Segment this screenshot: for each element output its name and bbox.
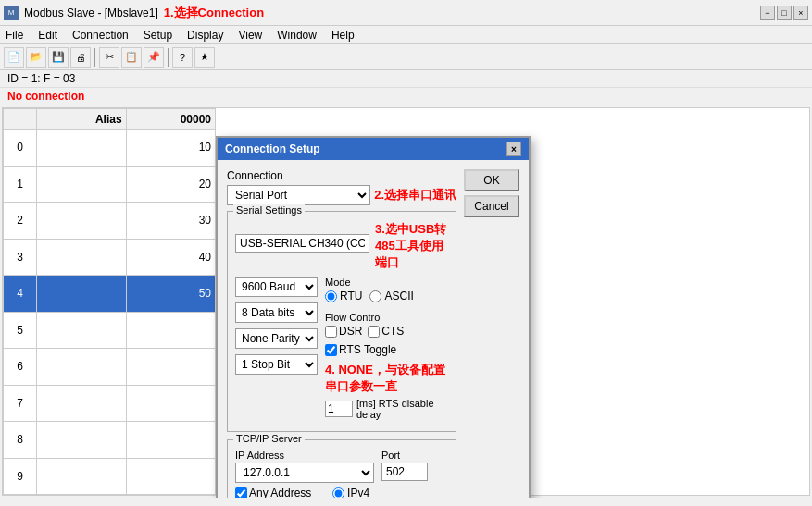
toolbar: 📄 📂 💾 🖨 ✂ 📋 📌 ? ★ (0, 44, 812, 70)
port-label: Port (381, 450, 428, 461)
minimize-button[interactable]: − (760, 6, 775, 20)
dialog-overlay: Connection Setup × Connection Serial Por… (3, 108, 809, 495)
menu-display[interactable]: Display (185, 29, 225, 42)
tcp-port-input[interactable] (381, 463, 428, 481)
mode-ascii-text: ASCII (384, 290, 413, 302)
toolbar-open[interactable]: 📂 (26, 47, 46, 68)
serial-settings-legend: Serial Settings (233, 204, 305, 216)
mode-rtu-text: RTU (340, 290, 362, 302)
tcp-check-col: Any Address Ignore Unit ID (235, 487, 318, 498)
serial-selects: 9600 Baud 8 Data bits None Parity (235, 277, 318, 426)
toolbar-about[interactable]: ★ (194, 47, 215, 68)
ipv4-label: IPv4 (332, 487, 369, 498)
title-bar: M Modbus Slave - [Mbslave1] 1.选择Connecti… (0, 0, 812, 26)
dialog-buttons: OK Cancel (464, 169, 519, 217)
flow-checkbox-row: DSR CTS (325, 325, 448, 395)
mode-rtu-radio[interactable] (325, 290, 337, 302)
port-annotation: 3.选中USB转485工具使用端口 (375, 221, 448, 271)
toolbar-cut[interactable]: ✂ (99, 47, 119, 68)
mode-rtu-label: RTU (325, 290, 362, 302)
close-button[interactable]: × (793, 6, 808, 20)
main-content: Alias 00000 01012023034045056789 Connect… (2, 107, 810, 496)
serial-settings-box: Serial Settings 3.选中USB转485工具使用端口 (227, 211, 456, 432)
rts-toggle-checkbox[interactable] (325, 344, 337, 356)
parity-select[interactable]: None Parity (235, 328, 318, 349)
cancel-button[interactable]: Cancel (464, 195, 519, 217)
tcp-section: TCP/IP Server IP Address 127.0.0.1 Port (227, 439, 456, 498)
app-icon: M (4, 6, 19, 20)
dialog-title-bar: Connection Setup × (218, 138, 529, 160)
rts-toggle-text: RTS Toggle (339, 343, 396, 356)
any-address-checkbox[interactable] (235, 487, 247, 499)
mode-section: Mode RTU (325, 277, 448, 302)
dialog-body: Connection Serial Port 2.选择串口通讯 Serial S… (218, 160, 529, 498)
menu-setup[interactable]: Setup (142, 29, 174, 42)
port-input[interactable] (235, 234, 369, 253)
mode-ascii-radio[interactable] (369, 290, 381, 302)
no-connection-text: No connection (7, 90, 84, 103)
connection-setup-dialog: Connection Setup × Connection Serial Por… (216, 136, 531, 498)
connection-row: Serial Port 2.选择串口通讯 (227, 185, 456, 205)
any-address-label: Any Address (235, 487, 318, 498)
toolbar-print[interactable]: 🖨 (70, 47, 91, 68)
cts-checkbox[interactable] (368, 326, 380, 338)
menu-window[interactable]: Window (275, 29, 319, 42)
stop-bits-select[interactable]: 1 Stop Bit (235, 354, 318, 375)
ok-button[interactable]: OK (464, 169, 519, 191)
dsr-checkbox[interactable] (325, 326, 337, 338)
ipv4-text: IPv4 (347, 487, 369, 498)
dialog-main-row: Connection Serial Port 2.选择串口通讯 Serial S… (227, 169, 519, 498)
menu-edit[interactable]: Edit (36, 29, 59, 42)
connection-annotation: 2.选择串口通讯 (374, 187, 456, 204)
toolbar-save[interactable]: 💾 (48, 47, 69, 68)
serial-settings-content: 3.选中USB转485工具使用端口 9600 Baud (235, 217, 448, 426)
tcp-row: IP Address 127.0.0.1 Port (235, 446, 448, 483)
window-controls: − □ × (760, 6, 808, 20)
title-annotation: 1.选择Connection (164, 5, 264, 21)
toolbar-sep2 (168, 48, 169, 67)
port-row: 3.选中USB转485工具使用端口 (235, 221, 448, 271)
status-id: ID = 1: F = 03 (0, 70, 812, 88)
status-id-text: ID = 1: F = 03 (7, 72, 75, 85)
flow-section: Flow Control DSR (325, 312, 448, 420)
dialog-close-button[interactable]: × (506, 142, 521, 156)
menu-help[interactable]: Help (330, 29, 356, 42)
data-bits-select[interactable]: 8 Data bits (235, 302, 318, 323)
mode-ascii-label: ASCII (369, 290, 413, 302)
connection-select[interactable]: Serial Port (227, 185, 370, 205)
baud-rate-select[interactable]: 9600 Baud (235, 277, 318, 297)
rts-toggle-label: RTS Toggle (325, 343, 396, 356)
status-connection: No connection (0, 88, 812, 105)
title-bar-left: M Modbus Slave - [Mbslave1] 1.选择Connecti… (4, 5, 264, 21)
baud-mode-row: 9600 Baud 8 Data bits None Parity (235, 277, 448, 426)
maximize-button[interactable]: □ (777, 6, 792, 20)
port-col: Port (381, 450, 428, 483)
connection-label: Connection (227, 169, 456, 182)
ip-col: IP Address 127.0.0.1 (235, 450, 374, 483)
dialog-title: Connection Setup (225, 142, 320, 155)
mode-flow-col: Mode RTU (325, 277, 448, 426)
ipv4-radio[interactable] (332, 487, 344, 499)
toolbar-help[interactable]: ? (172, 47, 193, 68)
delay-unit: [ms] RTS disable delay (356, 398, 448, 420)
tcp-radio-col: IPv4 IPv6 (332, 487, 369, 498)
delay-row: [ms] RTS disable delay (325, 398, 448, 420)
delay-input[interactable] (325, 401, 353, 417)
ip-label: IP Address (235, 450, 374, 461)
dsr-label: DSR (325, 325, 362, 338)
menu-connection[interactable]: Connection (70, 29, 131, 42)
menu-file[interactable]: File (4, 29, 25, 42)
flow-label: Flow Control (325, 312, 448, 323)
tcp-options: Any Address Ignore Unit ID (235, 487, 448, 498)
toolbar-new[interactable]: 📄 (4, 47, 24, 68)
dialog-left-panel: Connection Serial Port 2.选择串口通讯 Serial S… (227, 169, 456, 498)
ip-select[interactable]: 127.0.0.1 (235, 463, 374, 483)
tcp-legend: TCP/IP Server (233, 433, 305, 444)
toolbar-sep1 (94, 48, 95, 67)
mode-label: Mode (325, 277, 448, 288)
toolbar-copy[interactable]: 📋 (121, 47, 142, 68)
mode-radio-row: RTU ASCII (325, 290, 448, 302)
menu-view[interactable]: View (236, 29, 264, 42)
dsr-text: DSR (339, 325, 362, 338)
toolbar-paste[interactable]: 📌 (144, 47, 164, 68)
